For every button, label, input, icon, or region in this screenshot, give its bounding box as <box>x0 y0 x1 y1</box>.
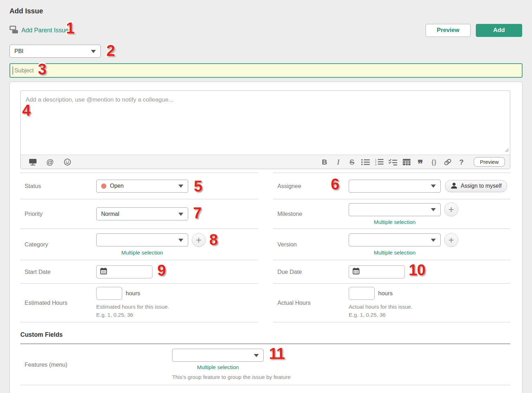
chevron-down-icon <box>431 185 436 188</box>
field-row-category: Category + Multiple selection <box>20 229 258 260</box>
annotation-6: 6 <box>331 176 339 192</box>
chevron-down-icon <box>431 208 436 211</box>
bold-icon[interactable]: B <box>319 157 330 167</box>
strikethrough-icon[interactable]: S <box>346 157 358 167</box>
topbar-buttons: Preview Add <box>426 24 522 37</box>
field-row-milestone: Milestone + Multiple selection <box>273 199 510 229</box>
add-category-button[interactable]: + <box>192 233 206 247</box>
quote-icon[interactable]: ❞ <box>415 157 426 167</box>
actual-hours-help: Actual hours for this issue. E.g. 1, 0.2… <box>349 303 413 319</box>
annotation-3: 3 <box>38 62 46 77</box>
start-date-label: Start Date <box>20 260 96 283</box>
actual-hours-unit: hours <box>378 290 393 297</box>
status-label: Status <box>20 173 96 199</box>
editor-preview-button[interactable]: Preview <box>474 157 505 167</box>
milestone-multiple-selection-link[interactable]: Multiple selection <box>349 219 441 225</box>
assignee-select[interactable] <box>349 180 441 193</box>
assign-to-myself-button[interactable]: Assign to myself <box>445 180 507 192</box>
preview-button[interactable]: Preview <box>426 24 471 37</box>
chevron-down-icon <box>178 213 183 216</box>
annotation-1: 1 <box>66 20 74 36</box>
field-row-features: Features (menu) Multiple selection This'… <box>20 344 510 385</box>
category-label: Category <box>20 229 96 260</box>
version-multiple-selection-link[interactable]: Multiple selection <box>349 250 441 256</box>
version-select[interactable] <box>349 233 441 246</box>
milestone-select[interactable] <box>349 203 441 216</box>
due-date-label: Due Date <box>273 260 349 283</box>
status-select[interactable]: Open <box>96 180 188 193</box>
assign-to-myself-label: Assign to myself <box>461 183 501 189</box>
chevron-down-icon <box>91 50 96 53</box>
editor-toolbar-right: B I S 123 ❞ {} <box>319 157 506 167</box>
annotation-9: 9 <box>157 263 165 278</box>
chevron-down-icon <box>178 185 183 188</box>
chevron-down-icon <box>178 239 183 242</box>
add-button[interactable]: Add <box>476 24 522 37</box>
topbar: Add Parent Issue Preview Add <box>9 23 522 37</box>
annotation-8: 8 <box>209 232 217 247</box>
italic-icon[interactable]: I <box>333 157 344 167</box>
actual-hours-help-line1: Actual hours for this issue. <box>349 303 413 311</box>
start-date-input[interactable] <box>96 265 152 278</box>
resize-handle[interactable] <box>505 147 509 154</box>
actual-hours-input[interactable] <box>349 287 375 300</box>
subject-input[interactable] <box>9 63 523 78</box>
actual-hours-label: Actual Hours <box>273 284 349 322</box>
custom-fields-heading: Custom Fields <box>20 322 510 344</box>
description-textarea[interactable]: Add a description, use @mention to notif… <box>21 91 510 155</box>
issue-type-select[interactable]: PBI <box>9 45 101 58</box>
features-help: This's group feature to group the issue … <box>172 374 290 380</box>
add-milestone-button[interactable]: + <box>444 202 458 217</box>
field-row-priority: Priority Normal <box>20 199 258 229</box>
actual-hours-help-line2: E.g. 1, 0.25, 36 <box>349 311 413 319</box>
calendar-icon <box>100 268 107 276</box>
estimated-hours-unit: hours <box>126 290 140 297</box>
field-row-version: Version + Multiple selection <box>273 229 510 260</box>
field-row-status: Status Open <box>20 173 258 199</box>
annotation-7: 7 <box>193 205 201 221</box>
annotation-11: 11 <box>269 346 285 361</box>
field-row-assignee: Assignee Assign to myself <box>273 173 510 199</box>
version-label: Version <box>273 229 349 260</box>
fields-column-right: Assignee Assign to myself <box>273 173 510 322</box>
table-icon[interactable] <box>401 157 413 167</box>
svg-text:1: 1 <box>375 159 376 161</box>
svg-text:2: 2 <box>375 161 376 163</box>
custom-fields-section: Custom Fields Features (menu) Multiple s… <box>20 322 510 385</box>
field-row-estimated-hours: Estimated Hours hours Estimated hours fo… <box>20 284 258 322</box>
person-icon <box>451 182 458 190</box>
add-parent-issue-label: Add Parent Issue <box>21 27 68 34</box>
estimated-hours-help-line2: E.g. 1, 0.25, 36 <box>96 311 169 319</box>
annotation-10: 10 <box>409 262 425 278</box>
issue-form-panel: Add a description, use @mention to notif… <box>9 82 523 393</box>
priority-select[interactable]: Normal <box>96 207 188 220</box>
link-icon[interactable] <box>442 157 454 167</box>
parent-issue-icon <box>9 26 18 35</box>
add-version-button[interactable]: + <box>444 233 458 247</box>
mention-icon[interactable]: @ <box>44 157 56 167</box>
annotation-5: 5 <box>194 179 202 194</box>
fields-column-left: Status Open Priority <box>20 173 258 322</box>
estimated-hours-help-line1: Estimated hours for this issue. <box>96 303 169 311</box>
task-list-icon[interactable] <box>387 157 399 167</box>
features-multiple-selection-link[interactable]: Multiple selection <box>172 364 264 371</box>
category-select[interactable] <box>96 233 188 246</box>
add-parent-issue-link[interactable]: Add Parent Issue <box>9 26 68 35</box>
due-date-input[interactable] <box>349 265 405 278</box>
ordered-list-icon[interactable]: 123 <box>374 157 385 167</box>
help-icon[interactable]: ? <box>456 157 467 167</box>
chevron-down-icon <box>254 354 259 357</box>
features-select[interactable] <box>172 349 264 362</box>
code-block-icon[interactable]: {} <box>428 157 440 167</box>
screenshot-icon[interactable] <box>27 157 39 167</box>
estimated-hours-input[interactable] <box>96 287 122 300</box>
emoji-icon[interactable] <box>61 157 73 167</box>
estimated-hours-label: Estimated Hours <box>20 284 96 322</box>
status-value: Open <box>110 183 124 189</box>
category-multiple-selection-link[interactable]: Multiple selection <box>96 250 188 256</box>
bullet-list-icon[interactable] <box>360 157 372 167</box>
priority-value: Normal <box>101 211 119 217</box>
features-label: Features (menu) <box>20 344 172 385</box>
fields-grid: Status Open Priority <box>20 173 510 322</box>
annotation-2: 2 <box>106 43 114 58</box>
